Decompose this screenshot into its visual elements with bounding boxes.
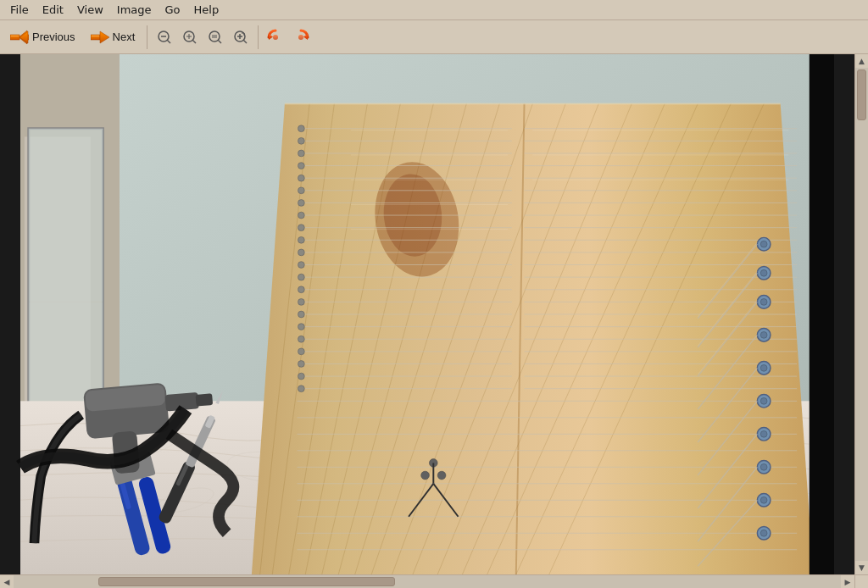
vertical-scroll-track[interactable] [855, 68, 868, 561]
vertical-scrollbar[interactable]: ▲ ▼ [854, 54, 868, 574]
svg-marker-25 [303, 34, 308, 40]
scroll-up-arrow[interactable]: ▲ [855, 54, 869, 68]
next-button[interactable]: Next [84, 26, 142, 48]
rotate-cw-icon [292, 28, 310, 47]
svg-point-169 [437, 471, 446, 480]
toolbar-separator-1 [147, 25, 147, 49]
menu-file[interactable]: File [3, 2, 36, 18]
zoom-out-icon [157, 30, 172, 45]
zoom-in-button[interactable] [229, 25, 253, 49]
svg-point-127 [298, 286, 304, 293]
rotate-cw-button[interactable] [289, 25, 313, 49]
svg-point-117 [298, 163, 304, 169]
svg-point-128 [298, 298, 304, 305]
svg-point-125 [298, 262, 304, 269]
next-label: Next [113, 31, 136, 43]
svg-point-149 [760, 430, 767, 437]
vertical-scroll-thumb[interactable] [857, 69, 866, 120]
toolbar: Previous Next [0, 20, 868, 54]
svg-point-120 [298, 200, 304, 207]
svg-point-126 [298, 274, 304, 280]
zoom-fit-button[interactable] [203, 25, 227, 49]
svg-rect-32 [29, 129, 103, 302]
svg-point-115 [298, 137, 304, 144]
svg-rect-189 [196, 393, 214, 406]
zoom-out-button[interactable] [153, 25, 176, 49]
svg-point-24 [273, 35, 278, 40]
horizontal-scroll-thumb[interactable] [98, 577, 395, 586]
toolbar-separator-2 [258, 25, 259, 49]
svg-point-153 [760, 496, 767, 503]
svg-rect-4 [11, 36, 19, 36]
svg-point-135 [298, 386, 304, 392]
svg-point-131 [298, 336, 304, 342]
svg-point-155 [760, 530, 767, 536]
previous-icon [10, 30, 29, 45]
svg-point-134 [298, 373, 304, 380]
svg-rect-199 [810, 54, 834, 574]
svg-line-20 [243, 40, 247, 43]
horizontal-scroll-track[interactable] [14, 575, 841, 588]
svg-point-26 [298, 35, 303, 40]
svg-point-147 [760, 397, 767, 404]
svg-point-122 [298, 225, 304, 231]
menu-view[interactable]: View [70, 2, 110, 18]
svg-marker-23 [269, 34, 273, 40]
image-viewport[interactable] [0, 54, 854, 574]
svg-point-133 [298, 361, 304, 368]
svg-point-119 [298, 187, 304, 194]
svg-line-16 [218, 40, 221, 43]
photo-display [0, 54, 854, 574]
scroll-right-arrow[interactable]: ▶ [841, 575, 854, 588]
svg-rect-3 [10, 35, 19, 40]
svg-point-129 [298, 311, 304, 318]
svg-point-123 [298, 236, 304, 243]
zoom-normal-icon [182, 30, 198, 45]
svg-rect-5 [91, 35, 100, 40]
zoom-in-icon [233, 30, 248, 45]
menubar: File Edit View Image Go Help [0, 0, 868, 20]
svg-point-124 [298, 249, 304, 256]
svg-point-116 [298, 150, 304, 157]
rotate-ccw-icon [266, 28, 285, 47]
zoom-fit-icon [208, 30, 223, 45]
svg-rect-7 [92, 36, 99, 36]
scroll-left-arrow[interactable]: ◀ [0, 575, 14, 588]
svg-point-141 [760, 298, 767, 305]
previous-label: Previous [32, 31, 75, 43]
svg-point-118 [298, 175, 304, 181]
svg-point-170 [421, 471, 430, 480]
svg-point-151 [760, 463, 767, 470]
svg-line-10 [167, 40, 170, 43]
svg-point-143 [760, 331, 767, 338]
svg-point-137 [760, 241, 767, 247]
zoom-normal-button[interactable] [178, 25, 202, 49]
next-icon [91, 30, 109, 45]
svg-line-12 [192, 40, 196, 43]
svg-point-130 [298, 324, 304, 330]
previous-button[interactable]: Previous [3, 26, 82, 48]
svg-point-139 [760, 269, 767, 276]
scrollbar-corner [854, 575, 868, 588]
svg-point-121 [298, 212, 304, 219]
svg-point-132 [298, 348, 304, 355]
menu-image[interactable]: Image [110, 2, 159, 18]
main-area: ▲ ▼ [0, 54, 868, 574]
svg-point-114 [298, 125, 304, 132]
bottom-bar: ◀ ▶ [0, 574, 868, 588]
svg-marker-6 [100, 31, 109, 43]
svg-point-145 [760, 364, 767, 371]
menu-go[interactable]: Go [159, 2, 187, 18]
menu-edit[interactable]: Edit [36, 2, 70, 18]
scroll-down-arrow[interactable]: ▼ [855, 561, 869, 574]
menu-help[interactable]: Help [187, 2, 226, 18]
rotate-ccw-button[interactable] [264, 25, 287, 49]
